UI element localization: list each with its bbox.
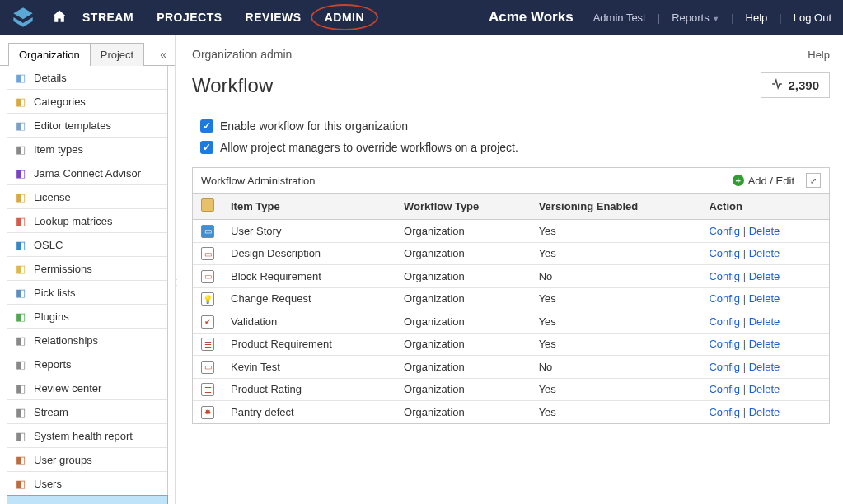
item-type-icon: ▭ xyxy=(201,247,214,260)
cell-versioning: Yes xyxy=(531,378,701,401)
tab-project[interactable]: Project xyxy=(90,43,144,66)
sidebar-item-user-groups[interactable]: ◧User groups xyxy=(7,448,167,472)
sidebar-item-permissions[interactable]: ◧Permissions xyxy=(7,257,167,281)
th-action: Action xyxy=(700,194,829,220)
sidebar-item-plugins[interactable]: ◧Plugins xyxy=(7,305,167,329)
th-workflow-type[interactable]: Workflow Type xyxy=(396,194,531,220)
help-link[interactable]: Help xyxy=(808,49,830,61)
cell-workflow-type: Organization xyxy=(396,287,531,310)
sidebar-item-label: Plugins xyxy=(34,310,69,323)
nav-reviews[interactable]: REVIEWS xyxy=(246,11,302,24)
delete-link[interactable]: Delete xyxy=(749,383,780,395)
logout-link[interactable]: Log Out xyxy=(794,12,831,24)
add-edit-button[interactable]: + Add / Edit xyxy=(733,175,794,187)
user-icon: ◧ xyxy=(14,477,27,490)
cell-item-type: Change Request xyxy=(222,287,396,310)
sidebar-resize-handle[interactable]: ⋮ xyxy=(172,278,177,310)
sidebar: « Organization Project ◧Details◧Categori… xyxy=(0,35,176,504)
item-type-icon: ✔ xyxy=(201,315,214,329)
checkbox-enable-workflow[interactable]: ✓ xyxy=(200,119,213,133)
cell-action: Config | Delete xyxy=(700,242,829,265)
delete-link[interactable]: Delete xyxy=(749,406,780,418)
cell-action: Config | Delete xyxy=(700,287,829,310)
sidebar-item-details[interactable]: ◧Details xyxy=(7,66,167,90)
tab-organization[interactable]: Organization xyxy=(8,43,91,66)
label-allow-override: Allow project managers to override workf… xyxy=(220,141,518,154)
sidebar-item-system-health-report[interactable]: ◧System health report xyxy=(7,424,167,448)
sidebar-item-review-center[interactable]: ◧Review center xyxy=(7,376,167,400)
label-enable-workflow: Enable workflow for this organization xyxy=(220,119,408,133)
expand-panel-icon[interactable]: ⤢ xyxy=(806,173,821,188)
config-link[interactable]: Config xyxy=(709,315,740,328)
table-row: ☰Product RequirementOrganizationYesConfi… xyxy=(193,333,829,356)
sidebar-item-license[interactable]: ◧License xyxy=(7,185,167,209)
sidebar-item-workflow[interactable]: ◧Workflow xyxy=(7,495,168,504)
sidebar-item-oslc[interactable]: ◧OSLC xyxy=(7,233,167,257)
delete-link[interactable]: Delete xyxy=(749,315,780,328)
item-type-icon: ☰ xyxy=(201,383,214,396)
delete-link[interactable]: Delete xyxy=(749,247,780,259)
cell-action: Config | Delete xyxy=(700,310,829,334)
workflow-admin-panel: Workflow Administration + Add / Edit ⤢ I… xyxy=(192,167,830,424)
sidebar-item-pick-lists[interactable]: ◧Pick lists xyxy=(7,281,167,305)
sidebar-item-item-types[interactable]: ◧Item types xyxy=(7,138,167,161)
table-row: ▭Block RequirementOrganizationNoConfig |… xyxy=(193,265,829,288)
th-versioning[interactable]: Versioning Enabled xyxy=(531,194,701,220)
activity-icon xyxy=(771,78,783,92)
help-link-top[interactable]: Help xyxy=(746,12,768,24)
panel-title: Workflow Administration xyxy=(201,175,315,187)
sidebar-item-categories[interactable]: ◧Categories xyxy=(7,90,167,114)
plus-icon: + xyxy=(733,175,744,186)
home-icon[interactable] xyxy=(51,8,68,27)
delete-link[interactable]: Delete xyxy=(749,270,780,282)
config-link[interactable]: Config xyxy=(709,247,740,259)
key-icon: ◧ xyxy=(14,190,27,203)
top-right: Acme Works Admin Test | Reports ▼ | Help… xyxy=(489,9,831,26)
sidebar-item-editor-templates[interactable]: ◧Editor templates xyxy=(7,114,167,138)
cell-item-type: Validation xyxy=(222,310,396,334)
org-name: Acme Works xyxy=(489,9,574,26)
config-link[interactable]: Config xyxy=(709,338,740,350)
cell-versioning: Yes xyxy=(531,310,701,334)
table-row: ✔ValidationOrganizationYesConfig | Delet… xyxy=(193,310,829,334)
cell-versioning: Yes xyxy=(531,287,701,310)
checkbox-allow-override[interactable]: ✓ xyxy=(200,141,213,154)
th-item-type[interactable]: Item Type xyxy=(222,194,396,220)
cell-versioning: No xyxy=(531,265,701,288)
config-link[interactable]: Config xyxy=(709,270,740,282)
link-icon: ◧ xyxy=(14,334,27,347)
org-logo xyxy=(12,5,36,30)
sidebar-item-jama-connect-advisor[interactable]: ◧Jama Connect Advisor xyxy=(7,161,167,185)
sidebar-item-users[interactable]: ◧Users xyxy=(7,472,167,496)
workflow-icon: ◧ xyxy=(14,501,27,504)
template-icon: ◧ xyxy=(14,119,27,132)
sidebar-item-label: Pick lists xyxy=(34,287,76,299)
reports-link[interactable]: Reports ▼ xyxy=(672,12,719,24)
item-type-icon: ▭ xyxy=(201,361,214,374)
matrix-icon: ◧ xyxy=(14,214,27,227)
delete-link[interactable]: Delete xyxy=(749,292,780,305)
sidebar-item-stream[interactable]: ◧Stream xyxy=(7,400,167,424)
delete-link[interactable]: Delete xyxy=(749,225,780,237)
sidebar-item-reports[interactable]: ◧Reports xyxy=(7,352,167,376)
nav-projects[interactable]: PROJECTS xyxy=(157,11,222,24)
sidebar-item-relationships[interactable]: ◧Relationships xyxy=(7,329,167,352)
workflow-settings: ✓ Enable workflow for this organization … xyxy=(200,119,830,154)
config-link[interactable]: Config xyxy=(709,292,740,305)
config-link[interactable]: Config xyxy=(709,406,740,418)
sidebar-item-label: Workflow xyxy=(34,502,77,505)
delete-link[interactable]: Delete xyxy=(749,361,780,373)
delete-link[interactable]: Delete xyxy=(749,338,780,350)
config-link[interactable]: Config xyxy=(709,383,740,395)
cell-workflow-type: Organization xyxy=(396,265,531,288)
config-link[interactable]: Config xyxy=(709,361,740,373)
sidebar-item-lookup-matrices[interactable]: ◧Lookup matrices xyxy=(7,209,167,233)
user-link[interactable]: Admin Test xyxy=(593,12,646,24)
sidebar-item-label: System health report xyxy=(34,430,133,442)
cell-item-type: Product Requirement xyxy=(222,333,396,356)
nav-admin[interactable]: ADMIN xyxy=(325,11,364,24)
collapse-sidebar-icon[interactable]: « xyxy=(160,48,166,61)
config-link[interactable]: Config xyxy=(709,225,740,237)
metric-value: 2,390 xyxy=(788,78,819,92)
nav-stream[interactable]: STREAM xyxy=(82,11,133,24)
